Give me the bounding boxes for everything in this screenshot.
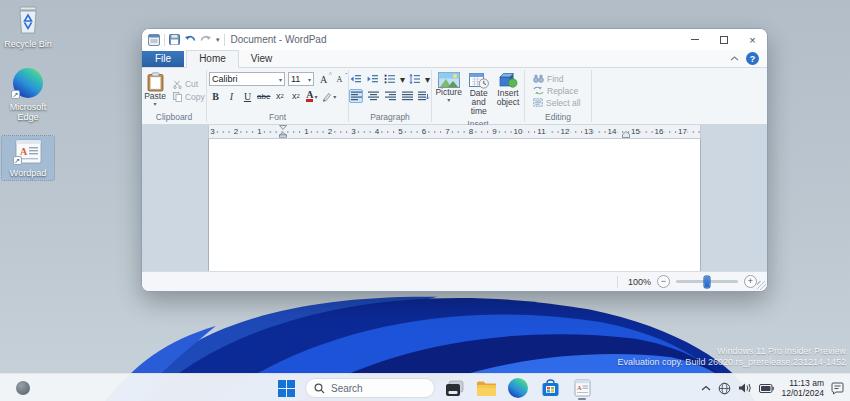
help-button[interactable]: ? [746,52,759,65]
divider [164,34,165,46]
insert-date-time-button[interactable]: Date and time [466,70,492,118]
select-all-icon [533,98,543,107]
watermark-line2: Evaluation copy. Build 26020.rs_prerelea… [618,357,847,368]
subscript-button[interactable]: x2 [273,89,286,103]
search-input[interactable] [331,383,421,394]
font-family-select[interactable]: Calibri ▾ [209,72,285,86]
desktop-icon-microsoft-edge[interactable]: ↗ Microsoft Edge [2,65,54,124]
quick-access-toolbar: ▾ [148,34,225,46]
paste-label: Paste [144,92,166,101]
shortcut-arrow-icon: ↗ [11,90,20,99]
italic-button[interactable]: I [225,89,238,103]
wordpad-taskbar-button[interactable]: A [569,376,595,400]
minimize-button[interactable] [680,29,709,50]
line-spacing-button[interactable] [408,72,422,86]
copy-label: Copy [185,92,205,102]
paste-dropdown-icon: ▾ [154,101,157,107]
grow-font-button[interactable]: A^ [317,72,330,86]
text-highlight-button[interactable]: ▾ [321,89,336,103]
group-label-paragraph: Paragraph [351,111,429,124]
tab-file[interactable]: File [142,51,184,67]
ruler-number: 11 [536,125,546,138]
zoom-in-button[interactable]: + [744,275,757,288]
copy-pages-icon [173,92,182,102]
ribbon-group-font: Calibri ▾ 11 ▾ A^ Aˇ B I [207,68,348,124]
align-center-button[interactable] [366,89,380,103]
font-color-button[interactable]: A▾ [305,89,318,103]
tab-view[interactable]: View [239,51,285,67]
ribbon-group-paragraph: ▾ ▾ [349,68,431,124]
resize-grip[interactable] [757,281,766,290]
desktop-icon-wordpad[interactable]: A ↗ Wordpad [2,136,54,180]
titlebar[interactable]: ▾ Document - WordPad × [142,29,767,50]
desktop-icon-list: Recycle Bin ↗ Microsoft Edge A ↗ [2,2,56,192]
desktop-icon-label: Microsoft Edge [3,102,53,122]
select-all-button[interactable]: Select all [531,98,583,108]
undo-button[interactable] [184,35,196,45]
desktop: Recycle Bin ↗ Microsoft Edge A ↗ [0,0,850,401]
notification-center-icon[interactable] [831,382,844,395]
ruler-indent-marker[interactable] [279,125,287,138]
find-button[interactable]: Find [531,74,583,84]
insert-object-button[interactable]: Insert object [494,70,523,118]
zoom-slider-thumb[interactable] [704,275,711,288]
bullets-dropdown-icon[interactable]: ▾ [400,74,405,85]
shrink-font-button[interactable]: Aˇ [333,72,346,86]
cut-scissors-icon [173,80,182,89]
qat-customize-dropdown[interactable]: ▾ [216,36,220,44]
network-globe-icon[interactable] [718,382,731,395]
desktop-icon-recycle-bin[interactable]: Recycle Bin [2,2,54,51]
microsoft-store-button[interactable] [537,376,563,400]
decrease-indent-button[interactable] [349,72,363,86]
task-view-button[interactable] [441,376,467,400]
close-button[interactable]: × [738,29,767,50]
date-time-label: Date and time [469,89,489,116]
document-page[interactable] [208,139,701,271]
tab-home[interactable]: Home [186,50,239,68]
align-right-button[interactable] [383,89,397,103]
paste-button[interactable]: Paste ▾ [141,70,169,111]
volume-icon[interactable] [738,382,752,394]
taskbar-search[interactable] [305,378,435,398]
bullets-button[interactable] [383,72,397,86]
edge-icon: ↗ [13,68,43,98]
superscript-button[interactable]: x2 [289,89,302,103]
paragraph-dialog-button[interactable] [417,89,431,103]
save-button[interactable] [169,34,180,45]
redo-button[interactable] [200,35,212,45]
ruler-right-margin-marker[interactable] [622,131,630,138]
increase-indent-button[interactable] [366,72,380,86]
cut-button[interactable]: Cut [171,79,207,89]
maximize-button[interactable] [709,29,738,50]
wordpad-window: ▾ Document - WordPad × File Home View ? [141,28,768,292]
taskbar-clock[interactable]: 11:13 am 12/01/2024 [781,378,824,398]
ruler-number: 17 [677,125,688,138]
copy-button[interactable]: Copy [171,92,207,102]
justify-button[interactable] [400,89,414,103]
widgets-icon[interactable] [16,381,30,395]
zoom-slider[interactable] [676,280,738,283]
bold-button[interactable]: B [209,89,222,103]
strikethrough-button[interactable]: abe [257,89,270,103]
file-explorer-button[interactable] [473,376,499,400]
taskbar-center: A [273,374,595,401]
font-size-select[interactable]: 11 ▾ [288,72,314,86]
ruler-number: 16 [654,125,665,138]
ribbon-group-clipboard: Paste ▾ Cut [142,68,206,124]
underline-button[interactable]: U [241,89,254,103]
replace-button[interactable]: Replace [531,86,583,96]
font-color-icon: A [306,90,313,102]
ribbon-tab-row: File Home View ? [142,50,767,68]
caret-down-icon: ˇ [345,71,347,79]
zoom-out-button[interactable]: − [657,275,670,288]
align-left-button[interactable] [349,89,363,103]
line-spacing-dropdown-icon[interactable]: ▾ [425,74,430,85]
hidden-icons-chevron[interactable] [701,385,711,391]
start-button[interactable] [273,376,299,400]
collapse-ribbon-button[interactable] [730,56,739,61]
edge-button[interactable] [505,376,531,400]
battery-icon[interactable] [759,384,774,393]
insert-picture-button[interactable]: Picture ▾ [434,70,464,118]
ruler-number: 5 [397,125,403,138]
system-tray: 11:13 am 12/01/2024 [701,374,844,401]
